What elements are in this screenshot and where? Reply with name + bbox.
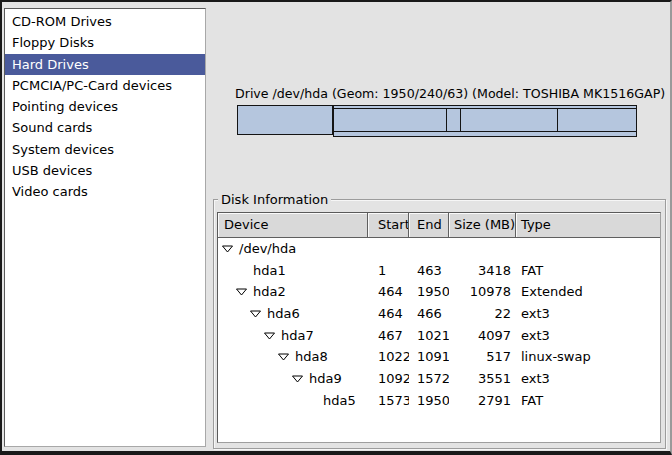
size-cell: 3418	[449, 260, 516, 282]
sidebar-item-usb-devices[interactable]: USB devices	[5, 160, 205, 181]
column-header-label: Device	[224, 217, 268, 232]
partition-segment-hda7	[334, 109, 447, 131]
device-name: hda6	[267, 303, 300, 325]
start-cell: 464	[368, 303, 409, 325]
disk-information-frame-label: Disk Information	[218, 192, 331, 207]
column-header-label: End	[417, 217, 442, 232]
column-header-label: Type	[521, 217, 551, 232]
device-name: /dev/hda	[239, 238, 296, 260]
table-row--dev-hda[interactable]: /dev/hda	[218, 238, 660, 260]
type-cell: ext3	[516, 303, 660, 325]
start-cell: 467	[368, 325, 409, 347]
device-cell: hda7	[218, 325, 368, 347]
device-cell: hda9	[218, 368, 368, 390]
sidebar-item-label: Pointing devices	[12, 99, 118, 114]
tree-indent	[218, 357, 278, 358]
start-cell: 464	[368, 281, 409, 303]
device-cell: hda1	[218, 260, 368, 282]
table-row-hda8[interactable]: hda8 1022 1091 517 linux-swap	[218, 346, 660, 368]
partition-segment-hda8	[447, 109, 461, 131]
device-cell: /dev/hda	[218, 238, 368, 260]
type-cell: FAT	[516, 260, 660, 282]
partition-segment-hda5	[558, 109, 636, 131]
type-cell: Extended	[516, 281, 660, 303]
expander-triangle-icon[interactable]	[292, 375, 303, 383]
sidebar-item-system-devices[interactable]: System devices	[5, 139, 205, 160]
size-cell: 3551	[449, 368, 516, 390]
sidebar-item-label: PCMCIA/PC-Card devices	[12, 78, 172, 93]
sidebar-item-label: Hard Drives	[12, 57, 89, 72]
end-cell	[409, 238, 449, 260]
extended-partition-inner	[334, 108, 636, 132]
table-row-hda5[interactable]: hda5 1573 1950 2791 FAT	[218, 390, 660, 412]
sidebar-item-pointing-devices[interactable]: Pointing devices	[5, 96, 205, 117]
disk-information-frame: Disk Information Device Start End Size (…	[213, 199, 666, 449]
end-cell: 463	[409, 260, 449, 282]
partition-segment-primary	[238, 106, 333, 134]
device-name: hda2	[253, 281, 286, 303]
hardware-browser-window: CD-ROM Drives Floppy Disks Hard Drives P…	[0, 0, 672, 455]
partition-bar	[237, 105, 637, 135]
table-row-hda6[interactable]: hda6 464 466 22 ext3	[218, 303, 660, 325]
disk-table-header: Device Start End Size (MB) Type	[218, 213, 660, 238]
device-cell: hda8	[218, 346, 368, 368]
device-cell: hda5	[218, 390, 368, 412]
column-header-label: Start	[378, 217, 409, 232]
column-header-size-mb-[interactable]: Size (MB)	[449, 213, 516, 237]
sidebar-item-sound-cards[interactable]: Sound cards	[5, 117, 205, 138]
partition-segment-hda9	[461, 109, 558, 131]
table-row-hda2[interactable]: hda2 464 1950 10978 Extended	[218, 281, 660, 303]
sidebar-item-label: CD-ROM Drives	[12, 14, 112, 29]
tree-indent	[218, 400, 306, 401]
sidebar-item-label: USB devices	[12, 163, 92, 178]
type-cell: ext3	[516, 368, 660, 390]
drive-info-label: Drive /dev/hda (Geom: 1950/240/63) (Mode…	[235, 86, 641, 101]
sidebar-item-floppy-disks[interactable]: Floppy Disks	[5, 32, 205, 53]
type-cell	[516, 238, 660, 260]
expander-triangle-icon[interactable]	[278, 353, 289, 361]
end-cell: 1572	[409, 368, 449, 390]
sidebar-item-cd-rom-drives[interactable]: CD-ROM Drives	[5, 11, 205, 32]
disk-table: Device Start End Size (MB) Type /dev/hda	[217, 212, 661, 443]
sidebar-item-label: Floppy Disks	[12, 35, 94, 50]
end-cell: 1950	[409, 390, 449, 412]
table-row-hda1[interactable]: hda1 1 463 3418 FAT	[218, 260, 660, 282]
device-category-list: CD-ROM Drives Floppy Disks Hard Drives P…	[4, 8, 206, 447]
partition-segment-extended	[333, 105, 637, 137]
sidebar-item-video-cards[interactable]: Video cards	[5, 181, 205, 202]
tree-indent	[218, 313, 250, 314]
column-header-label: Size (MB)	[454, 217, 515, 232]
column-header-device[interactable]: Device	[218, 213, 368, 237]
expander-triangle-icon[interactable]	[236, 288, 247, 296]
expander-triangle-icon[interactable]	[264, 332, 275, 340]
tree-indent	[218, 270, 236, 271]
start-cell: 1573	[368, 390, 409, 412]
sidebar-item-pcmcia-pc-card-devices[interactable]: PCMCIA/PC-Card devices	[5, 75, 205, 96]
start-cell: 1092	[368, 368, 409, 390]
size-cell: 517	[449, 346, 516, 368]
expander-triangle-icon[interactable]	[250, 310, 261, 318]
end-cell: 1021	[409, 325, 449, 347]
device-name: hda5	[323, 390, 356, 412]
sidebar-item-hard-drives[interactable]: Hard Drives	[5, 54, 205, 75]
end-cell: 466	[409, 303, 449, 325]
disk-table-body: /dev/hda hda1 1 463 3418 FAT	[218, 238, 660, 412]
size-cell: 4097	[449, 325, 516, 347]
table-row-hda9[interactable]: hda9 1092 1572 3551 ext3	[218, 368, 660, 390]
column-header-start[interactable]: Start	[368, 213, 409, 237]
tree-indent	[218, 335, 264, 336]
column-header-type[interactable]: Type	[516, 213, 660, 237]
size-cell: 2791	[449, 390, 516, 412]
type-cell: linux-swap	[516, 346, 660, 368]
expander-triangle-icon[interactable]	[222, 245, 233, 253]
sidebar-item-label: Video cards	[12, 184, 88, 199]
sidebar-item-label: Sound cards	[12, 120, 92, 135]
column-header-end[interactable]: End	[409, 213, 449, 237]
table-row-hda7[interactable]: hda7 467 1021 4097 ext3	[218, 325, 660, 347]
type-cell: ext3	[516, 325, 660, 347]
device-cell: hda2	[218, 281, 368, 303]
start-cell: 1022	[368, 346, 409, 368]
end-cell: 1950	[409, 281, 449, 303]
device-name: hda7	[281, 325, 314, 347]
device-name: hda9	[309, 368, 342, 390]
